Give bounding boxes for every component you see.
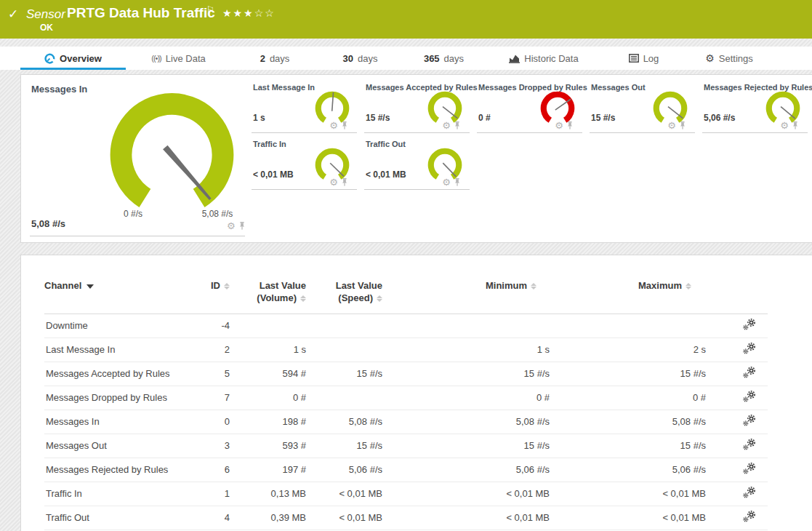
cell-maximum: 0 # <box>550 386 706 410</box>
cell-maximum: 5,06 #/s <box>550 458 706 482</box>
tab-bar: Overview((•))Live Data2days30days365days… <box>0 47 812 70</box>
tab-label: days <box>270 53 289 64</box>
tab-365-days[interactable]: 365days <box>402 47 486 70</box>
gauge-cell: Last Message In1 s⚙ <box>252 81 357 133</box>
gauge-settings-gear-icon[interactable]: ⚙ <box>667 121 676 130</box>
table-row: Messages Dropped by Rules70 #0 #0 # <box>44 386 768 410</box>
tab-2-days[interactable]: 2days <box>231 47 318 70</box>
cell-minimum: 15 #/s <box>382 362 550 386</box>
cell-id: 0 <box>190 410 230 434</box>
channel-settings-icon[interactable] <box>743 511 756 522</box>
table-header-row: Channel ID Last Value (Volume) Last Valu… <box>44 280 768 314</box>
channel-settings-icon[interactable] <box>743 319 756 330</box>
gauge-cell: Traffic Out< 0,01 MB⚙ <box>364 137 470 190</box>
gauge-cell: Messages Accepted by Rules15 #/s⚙ <box>364 81 470 133</box>
gauge-settings-gear-icon[interactable]: ⚙ <box>780 121 789 130</box>
cell-minimum: 15 #/s <box>382 434 550 458</box>
tab-label: Live Data <box>166 53 206 64</box>
cell-last-speed <box>306 338 382 362</box>
channel-settings-icon[interactable] <box>743 439 756 450</box>
gauge-settings-gear-icon[interactable]: ⚙ <box>442 121 451 130</box>
table-row: Messages In0198 #5,08 #/s5,08 #/s5,08 #/… <box>44 410 768 434</box>
table-row: Downtime-4 <box>44 314 768 338</box>
column-header-last-speed[interactable]: Last Value (Speed) <box>306 280 382 314</box>
cell-channel: Messages Out <box>44 434 190 458</box>
gauge-pin-icon[interactable] <box>341 178 348 186</box>
tab-label: days <box>358 53 377 64</box>
gauge-settings-gear-icon[interactable]: ⚙ <box>442 177 451 187</box>
gauge-settings-gear-icon[interactable]: ⚙ <box>329 177 338 187</box>
cell-minimum: 0 # <box>382 386 550 410</box>
cell-channel: Messages Accepted by Rules <box>44 362 190 386</box>
column-header-minimum[interactable]: Minimum <box>382 280 550 314</box>
channel-settings-icon[interactable] <box>743 391 756 402</box>
tab-historic-data[interactable]: Historic Data <box>486 47 602 70</box>
gauge-settings-gear-icon[interactable]: ⚙ <box>329 121 338 130</box>
divider <box>30 236 245 236</box>
tab-label: Settings <box>719 53 753 64</box>
cell-id: 7 <box>190 386 230 410</box>
sort-desc-icon <box>87 284 94 289</box>
cell-last-volume: 1 s <box>230 338 306 362</box>
column-header-channel[interactable]: Channel <box>44 280 190 314</box>
tab-overview[interactable]: Overview <box>20 47 126 70</box>
table-row: Messages Rejected by Rules6197 #5,06 #/s… <box>44 458 768 482</box>
cell-id: 3 <box>190 434 230 458</box>
rating-stars[interactable]: ★★★☆☆ <box>222 7 276 19</box>
cell-maximum <box>550 314 706 338</box>
gauge-pin-icon[interactable] <box>238 222 246 230</box>
cell-channel: Messages Rejected by Rules <box>44 458 190 482</box>
channel-settings-icon[interactable] <box>743 343 756 354</box>
column-header-maximum[interactable]: Maximum <box>550 280 706 314</box>
cell-maximum: < 0,01 MB <box>550 506 706 530</box>
gear-icon: ⚙ <box>705 52 715 64</box>
gauge-value: < 0,01 MB <box>366 169 406 180</box>
gauge-pin-icon[interactable] <box>454 178 461 186</box>
cell-channel: Messages In <box>44 410 190 434</box>
tab-30-days[interactable]: 30days <box>318 47 402 70</box>
flag-icon[interactable]: ⚐ <box>206 4 214 15</box>
cell-maximum: 5,08 #/s <box>550 410 706 434</box>
gauge-dial <box>108 89 236 216</box>
tab-live-data[interactable]: ((•))Live Data <box>126 47 231 70</box>
cell-minimum: < 0,01 MB <box>382 482 550 506</box>
gauge-value: 5,06 #/s <box>704 113 735 123</box>
gauge-cell: Messages Dropped by Rules0 #⚙ <box>477 81 582 133</box>
gauge-pin-icon[interactable] <box>341 121 348 129</box>
gauge-settings-gear-icon[interactable]: ⚙ <box>227 221 236 231</box>
status-check-icon: ✓ <box>8 7 18 22</box>
table-row: Messages Accepted by Rules5594 #15 #/s15… <box>44 362 768 386</box>
gauge-pin-icon[interactable] <box>566 121 574 129</box>
cell-id: 6 <box>190 458 230 482</box>
cell-maximum: 15 #/s <box>550 362 706 386</box>
gauge-pin-icon[interactable] <box>454 121 461 129</box>
gauge-pin-icon[interactable] <box>792 121 799 129</box>
tab-settings[interactable]: ⚙Settings <box>686 47 773 70</box>
channel-settings-icon[interactable] <box>743 367 756 378</box>
sensor-header: ✓ Sensor PRTG Data Hub Traffic ⚐ ★★★☆☆ O… <box>0 0 812 39</box>
gauge-value: 15 #/s <box>591 113 615 123</box>
cell-id: -4 <box>190 314 230 338</box>
channel-settings-icon[interactable] <box>743 463 756 474</box>
column-header-id[interactable]: ID <box>190 280 230 314</box>
gauge-value: 1 s <box>253 113 265 123</box>
channel-settings-icon[interactable] <box>743 487 756 498</box>
cell-maximum: 2 s <box>550 338 706 362</box>
cell-minimum: 5,06 #/s <box>382 458 550 482</box>
cell-last-speed: < 0,01 MB <box>306 482 382 506</box>
gauge-pin-icon[interactable] <box>679 121 686 129</box>
gauge-cell: Traffic In< 0,01 MB⚙ <box>252 137 357 190</box>
cell-minimum: < 0,01 MB <box>382 506 550 530</box>
gauge-settings-gear-icon[interactable]: ⚙ <box>555 121 563 130</box>
cell-last-volume: 0 # <box>230 386 306 410</box>
column-header-last-volume[interactable]: Last Value (Volume) <box>230 280 306 314</box>
channel-settings-icon[interactable] <box>743 415 756 426</box>
cell-channel: Traffic Out <box>44 506 190 530</box>
cell-minimum <box>382 314 550 338</box>
tab-log[interactable]: Log <box>602 47 686 70</box>
cell-last-speed <box>306 314 382 338</box>
cell-channel: Traffic In <box>44 482 190 506</box>
cell-id: 5 <box>190 362 230 386</box>
sort-icon <box>224 282 230 290</box>
broadcast-icon: ((•)) <box>151 54 161 63</box>
